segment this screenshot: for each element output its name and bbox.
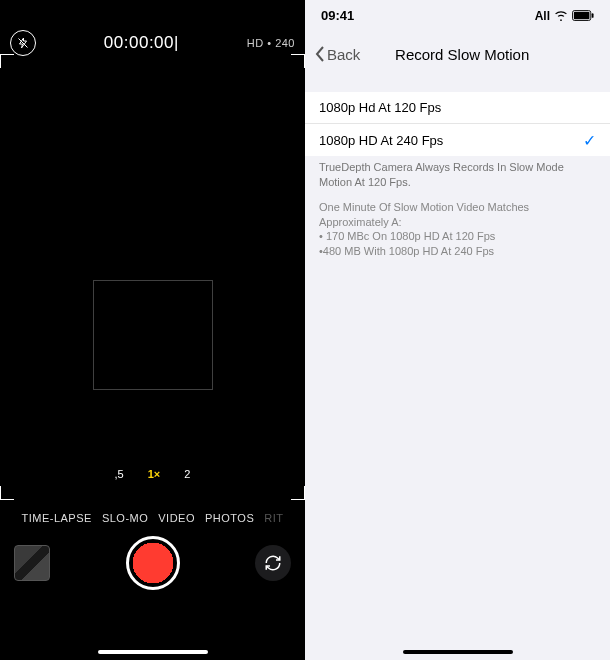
format-indicator[interactable]: HD • 240 [247, 37, 295, 49]
info-text: TrueDepth Camera Always Records In Slow … [319, 160, 596, 259]
flash-off-icon [17, 37, 29, 49]
svg-rect-3 [592, 13, 594, 18]
mode-slo-mo[interactable]: SLO-MO [102, 512, 148, 524]
zoom-selector[interactable]: ,5 1× 2 [0, 468, 305, 480]
status-carrier: All [535, 9, 550, 23]
checkmark-icon: ✓ [583, 131, 596, 150]
home-indicator[interactable] [98, 650, 208, 654]
viewfinder-corner [291, 54, 305, 68]
mode-photo[interactable]: PHOTOS [205, 512, 254, 524]
shutter-row [0, 536, 305, 590]
mode-portrait[interactable]: RIT [264, 512, 283, 524]
mode-video[interactable]: VIDEO [158, 512, 195, 524]
focus-box[interactable] [93, 280, 213, 390]
mode-time-lapse[interactable]: TIME-LAPSE [21, 512, 91, 524]
info-bullet-120: • 170 MBc On 1080p HD At 120 Fps [319, 229, 596, 244]
page-title: Record Slow Motion [324, 46, 600, 63]
info-truedepth: TrueDepth Camera Always Records In Slow … [319, 160, 596, 190]
last-photo-thumbnail[interactable] [14, 545, 50, 581]
option-label: 1080p HD At 240 Fps [319, 133, 443, 148]
viewfinder-corner [291, 486, 305, 500]
viewfinder-corner [0, 486, 14, 500]
wifi-icon [554, 11, 568, 21]
mode-selector[interactable]: TIME-LAPSE SLO-MO VIDEO PHOTOS RIT [0, 512, 305, 524]
status-right: All [535, 9, 594, 23]
record-button-inner [133, 543, 173, 583]
battery-icon [572, 10, 594, 21]
home-indicator[interactable] [403, 650, 513, 654]
zoom-option-selected[interactable]: 1× [148, 468, 161, 480]
zoom-option[interactable]: 2 [184, 468, 190, 480]
option-1080p-120fps[interactable]: 1080p Hd At 120 Fps [305, 92, 610, 124]
options-list: 1080p Hd At 120 Fps 1080p HD At 240 Fps … [305, 92, 610, 156]
camera-top-bar: 00:00:00| HD • 240 [0, 30, 305, 56]
status-bar: 09:41 All [305, 8, 610, 23]
zoom-option[interactable]: ,5 [115, 468, 124, 480]
status-time: 09:41 [321, 8, 354, 23]
option-label: 1080p Hd At 120 Fps [319, 100, 441, 115]
flash-toggle[interactable] [10, 30, 36, 56]
svg-rect-2 [574, 12, 590, 19]
switch-camera-button[interactable] [255, 545, 291, 581]
camera-screen: 00:00:00| HD • 240 ,5 1× 2 TIME-LAPSE SL… [0, 0, 305, 660]
viewfinder-corner [0, 54, 14, 68]
settings-screen: 09:41 All Back Record Slow Motion 1080p … [305, 0, 610, 660]
record-timer: 00:00:00| [104, 33, 179, 53]
switch-camera-icon [264, 554, 282, 572]
nav-bar: Back Record Slow Motion [305, 36, 610, 72]
info-bullet-240: •480 MB With 1080p HD At 240 Fps [319, 244, 596, 259]
info-heading: One Minute Of Slow Motion Video Matches … [319, 200, 596, 230]
option-1080p-240fps[interactable]: 1080p HD At 240 Fps ✓ [305, 124, 610, 156]
record-button[interactable] [126, 536, 180, 590]
